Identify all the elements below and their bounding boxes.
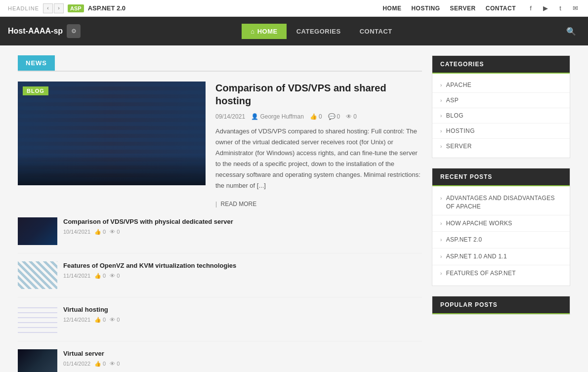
view-icon: 👁 xyxy=(346,113,352,120)
prev-arrow[interactable]: ‹ xyxy=(43,3,53,13)
like-icon: 👍 xyxy=(310,113,317,120)
top-nav-home[interactable]: HOME xyxy=(382,5,401,12)
side-post-title-4[interactable]: Virtual server xyxy=(63,349,422,358)
recent-post-aspnet1[interactable]: › ASP.NET 1.0 AND 1.1 xyxy=(432,248,570,265)
date-1: 10/14/2021 xyxy=(63,229,90,235)
list-item: Features of OpenVZ and KVM virtualizatio… xyxy=(18,261,422,297)
likes-1: 👍 0 xyxy=(94,229,106,235)
categories-header: CATEGORIES xyxy=(432,56,570,74)
logo-text: Host-AAAA-sp xyxy=(8,27,63,36)
twitter-icon[interactable]: t xyxy=(555,3,565,13)
recent-post-aspnet2[interactable]: › ASP.NET 2.0 xyxy=(432,232,570,248)
headline-label: HEADLINE xyxy=(8,5,39,11)
sidebar: CATEGORIES › APACHE › ASP › BLOG › HOSTI… xyxy=(432,55,570,372)
chevron-icon: › xyxy=(440,144,442,149)
chevron-icon: › xyxy=(440,220,442,227)
post-meta: 09/14/2021 👤 George Huffman 👍 0 💬 0 xyxy=(215,113,422,120)
date-4: 01/14/2022 xyxy=(63,361,90,367)
side-post-title-3[interactable]: Virtual hosting xyxy=(63,305,422,314)
list-item: Virtual server 01/14/2022 👍 0 👁 0 xyxy=(18,349,422,372)
side-post-meta-1: 10/14/2021 👍 0 👁 0 xyxy=(63,229,422,235)
side-post-content-1: Comparison of VDS/VPS with physical dedi… xyxy=(63,217,422,235)
nav-home[interactable]: ⌂ HOME xyxy=(242,24,286,39)
popular-posts-section: POPULAR POSTS xyxy=(432,296,570,315)
featured-image: BLOG xyxy=(18,82,206,185)
side-post-meta-2: 11/14/2021 👍 0 👁 0 xyxy=(63,273,422,279)
side-post-meta-3: 12/14/2021 👍 0 👁 0 xyxy=(63,317,422,323)
side-post-meta-4: 01/14/2022 👍 0 👁 0 xyxy=(63,361,422,367)
email-icon[interactable]: ✉ xyxy=(570,3,580,13)
category-blog[interactable]: › BLOG xyxy=(432,108,570,124)
side-posts-list: Comparison of VDS/VPS with physical dedi… xyxy=(18,217,422,372)
search-icon[interactable]: 🔍 xyxy=(562,23,580,40)
category-apache[interactable]: › APACHE xyxy=(432,78,570,93)
read-more-link[interactable]: | READ MORE xyxy=(215,201,256,207)
list-item: Comparison of VDS/VPS with physical dedi… xyxy=(18,217,422,253)
category-asp[interactable]: › ASP xyxy=(432,93,570,108)
recent-posts-section: RECENT POSTS › ADVANTAGES AND DISADVANTA… xyxy=(432,168,570,286)
recent-posts-header: RECENT POSTS xyxy=(432,168,570,186)
categories-section: CATEGORIES › APACHE › ASP › BLOG › HOSTI… xyxy=(432,55,570,158)
views-3: 👁 0 xyxy=(110,317,120,323)
likes-2: 👍 0 xyxy=(94,273,106,279)
youtube-icon[interactable]: ▶ xyxy=(541,3,550,13)
likes-stat: 👍 0 xyxy=(310,113,322,120)
chevron-icon: › xyxy=(440,113,442,119)
news-section-header: NEWS xyxy=(18,55,422,72)
chevron-icon: › xyxy=(440,128,442,134)
top-nav-hosting[interactable]: HOSTING xyxy=(411,5,440,12)
next-arrow[interactable]: › xyxy=(54,3,64,13)
popular-posts-header: POPULAR POSTS xyxy=(432,296,570,314)
recent-post-advantages[interactable]: › ADVANTAGES AND DISADVANTAGES OF APACHE xyxy=(432,190,570,215)
logo-icon: ⚙ xyxy=(67,24,81,38)
views-2: 👁 0 xyxy=(110,273,120,279)
comments-stat: 💬 0 xyxy=(328,113,340,120)
post-thumb-3 xyxy=(18,305,57,333)
featured-post-title[interactable]: Comparison of VDS/VPS and shared hosting xyxy=(215,82,422,107)
main-nav: Host-AAAA-sp ⚙ ⌂ HOME CATEGORIES CONTACT… xyxy=(0,17,588,45)
post-thumb-1 xyxy=(18,217,57,245)
datacenter-image xyxy=(18,82,206,185)
chevron-icon: › xyxy=(440,195,442,202)
featured-post: BLOG Comparison of VDS/VPS and shared ho… xyxy=(18,82,422,207)
category-server[interactable]: › SERVER xyxy=(432,139,570,154)
list-item: Virtual hosting 12/14/2021 👍 0 👁 0 xyxy=(18,305,422,341)
post-excerpt: Advantages of VDS/VPS compared to shared… xyxy=(215,126,422,192)
chevron-icon: › xyxy=(440,270,442,277)
home-icon: ⌂ xyxy=(251,28,254,35)
recent-post-how-apache[interactable]: › HOW APACHE WORKS xyxy=(432,215,570,232)
nav-categories[interactable]: CATEGORIES xyxy=(288,24,350,39)
featured-post-body: Comparison of VDS/VPS and shared hosting… xyxy=(215,82,422,207)
post-date: 09/14/2021 xyxy=(215,113,245,120)
main-content: NEWS BLOG Comparison of VDS/VPS and shar… xyxy=(18,55,422,372)
side-post-content-3: Virtual hosting 12/14/2021 👍 0 👁 0 xyxy=(63,305,422,323)
categories-list: › APACHE › ASP › BLOG › HOSTING › SERV xyxy=(432,74,570,158)
chevron-icon: › xyxy=(440,253,442,260)
chevron-icon: › xyxy=(440,237,442,244)
recent-post-features-aspnet[interactable]: › FEATURES OF ASP.NET xyxy=(432,265,570,282)
top-bar-left: HEADLINE ‹ › ASP ASP.NET 2.0 xyxy=(8,3,126,13)
category-hosting[interactable]: › HOSTING xyxy=(432,124,570,139)
side-post-title-1[interactable]: Comparison of VDS/VPS with physical dedi… xyxy=(63,217,422,226)
top-nav-contact[interactable]: CONTACT xyxy=(486,5,516,12)
content-wrapper: NEWS BLOG Comparison of VDS/VPS and shar… xyxy=(10,45,578,372)
side-post-content-2: Features of OpenVZ and KVM virtualizatio… xyxy=(63,261,422,279)
likes-4: 👍 0 xyxy=(94,361,106,367)
views-1: 👁 0 xyxy=(110,229,120,235)
date-3: 12/14/2021 xyxy=(63,317,90,323)
views-stat: 👁 0 xyxy=(346,113,357,120)
facebook-icon[interactable]: f xyxy=(526,3,536,13)
top-bar: HEADLINE ‹ › ASP ASP.NET 2.0 HOME HOSTIN… xyxy=(0,0,588,17)
author-icon: 👤 xyxy=(251,113,258,120)
views-4: 👁 0 xyxy=(110,361,120,367)
blog-badge: BLOG xyxy=(23,86,48,95)
date-2: 11/14/2021 xyxy=(63,273,90,279)
news-tag: NEWS xyxy=(18,55,55,71)
top-nav-server[interactable]: SERVER xyxy=(450,5,476,12)
chevron-icon: › xyxy=(440,98,442,103)
nav-arrows: ‹ › xyxy=(43,3,64,13)
nav-contact[interactable]: CONTACT xyxy=(351,24,401,39)
side-post-title-2[interactable]: Features of OpenVZ and KVM virtualizatio… xyxy=(63,261,422,270)
likes-3: 👍 0 xyxy=(94,317,106,323)
post-thumb-2 xyxy=(18,261,57,289)
